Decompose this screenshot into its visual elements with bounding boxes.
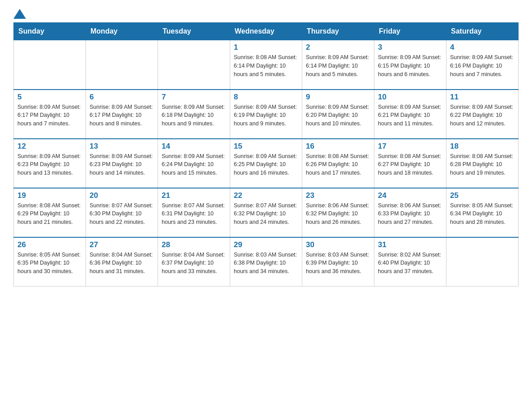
calendar-week-3: 12Sunrise: 8:09 AM Sunset: 6:23 PM Dayli… [14,139,519,188]
day-info: Sunrise: 8:09 AM Sunset: 6:16 PM Dayligh… [450,53,515,78]
day-info: Sunrise: 8:09 AM Sunset: 6:20 PM Dayligh… [306,103,370,128]
col-wednesday: Wednesday [230,23,302,40]
day-number: 18 [450,142,515,151]
calendar-cell: 12Sunrise: 8:09 AM Sunset: 6:23 PM Dayli… [14,139,86,188]
day-number: 30 [306,240,370,249]
calendar-cell: 22Sunrise: 8:07 AM Sunset: 6:32 PM Dayli… [230,188,302,237]
calendar-cell: 3Sunrise: 8:09 AM Sunset: 6:15 PM Daylig… [374,40,446,90]
day-info: Sunrise: 8:02 AM Sunset: 6:40 PM Dayligh… [378,251,442,276]
calendar-cell: 11Sunrise: 8:09 AM Sunset: 6:22 PM Dayli… [446,90,519,139]
calendar-cell: 16Sunrise: 8:08 AM Sunset: 6:26 PM Dayli… [302,139,374,188]
calendar-table: Sunday Monday Tuesday Wednesday Thursday… [13,22,519,287]
day-number: 3 [378,43,442,52]
calendar-cell: 7Sunrise: 8:09 AM Sunset: 6:18 PM Daylig… [158,90,230,139]
calendar-cell: 21Sunrise: 8:07 AM Sunset: 6:31 PM Dayli… [158,188,230,237]
day-number: 11 [450,93,515,102]
day-number: 14 [162,142,226,151]
calendar-cell: 10Sunrise: 8:09 AM Sunset: 6:21 PM Dayli… [374,90,446,139]
col-monday: Monday [86,23,158,40]
calendar-week-5: 26Sunrise: 8:05 AM Sunset: 6:35 PM Dayli… [14,237,519,287]
day-info: Sunrise: 8:09 AM Sunset: 6:18 PM Dayligh… [162,103,226,128]
calendar-cell [446,237,519,287]
calendar-week-4: 19Sunrise: 8:08 AM Sunset: 6:29 PM Dayli… [14,188,519,237]
calendar-cell: 20Sunrise: 8:07 AM Sunset: 6:30 PM Dayli… [86,188,158,237]
logo-block [13,9,26,18]
day-number: 6 [90,93,154,102]
day-number: 24 [378,191,442,200]
calendar-cell: 30Sunrise: 8:03 AM Sunset: 6:39 PM Dayli… [302,237,374,287]
day-info: Sunrise: 8:08 AM Sunset: 6:14 PM Dayligh… [234,53,298,78]
day-number: 29 [234,240,298,249]
calendar-cell: 8Sunrise: 8:09 AM Sunset: 6:19 PM Daylig… [230,90,302,139]
day-number: 2 [306,43,370,52]
calendar-cell: 4Sunrise: 8:09 AM Sunset: 6:16 PM Daylig… [446,40,519,90]
day-number: 8 [234,93,298,102]
calendar-cell: 19Sunrise: 8:08 AM Sunset: 6:29 PM Dayli… [14,188,86,237]
calendar-cell: 27Sunrise: 8:04 AM Sunset: 6:36 PM Dayli… [86,237,158,287]
calendar-cell: 17Sunrise: 8:08 AM Sunset: 6:27 PM Dayli… [374,139,446,188]
day-info: Sunrise: 8:05 AM Sunset: 6:34 PM Dayligh… [450,201,515,227]
calendar-cell: 6Sunrise: 8:09 AM Sunset: 6:17 PM Daylig… [86,90,158,139]
day-info: Sunrise: 8:07 AM Sunset: 6:32 PM Dayligh… [234,201,298,227]
day-number: 22 [234,191,298,200]
day-info: Sunrise: 8:07 AM Sunset: 6:31 PM Dayligh… [162,201,226,227]
day-info: Sunrise: 8:09 AM Sunset: 6:17 PM Dayligh… [90,103,154,128]
day-info: Sunrise: 8:09 AM Sunset: 6:25 PM Dayligh… [234,152,298,177]
calendar-cell [158,40,230,90]
day-number: 25 [450,191,515,200]
day-number: 31 [378,240,442,249]
day-info: Sunrise: 8:08 AM Sunset: 6:27 PM Dayligh… [378,152,442,177]
col-saturday: Saturday [446,23,519,40]
calendar-cell: 14Sunrise: 8:09 AM Sunset: 6:24 PM Dayli… [158,139,230,188]
logo-chevron-icon [13,9,26,19]
day-number: 5 [17,93,82,102]
day-number: 13 [90,142,154,151]
day-number: 12 [17,142,82,151]
calendar-cell: 25Sunrise: 8:05 AM Sunset: 6:34 PM Dayli… [446,188,519,237]
day-info: Sunrise: 8:09 AM Sunset: 6:22 PM Dayligh… [450,103,515,128]
calendar-week-1: 1Sunrise: 8:08 AM Sunset: 6:14 PM Daylig… [14,40,519,90]
day-number: 27 [90,240,154,249]
day-number: 4 [450,43,515,52]
col-tuesday: Tuesday [158,23,230,40]
day-info: Sunrise: 8:03 AM Sunset: 6:39 PM Dayligh… [306,251,370,276]
day-number: 1 [234,43,298,52]
col-friday: Friday [374,23,446,40]
day-number: 19 [17,191,82,200]
day-info: Sunrise: 8:09 AM Sunset: 6:17 PM Dayligh… [17,103,82,128]
calendar-cell: 24Sunrise: 8:06 AM Sunset: 6:33 PM Dayli… [374,188,446,237]
day-info: Sunrise: 8:08 AM Sunset: 6:28 PM Dayligh… [450,152,515,177]
day-info: Sunrise: 8:06 AM Sunset: 6:32 PM Dayligh… [306,201,370,227]
day-info: Sunrise: 8:09 AM Sunset: 6:23 PM Dayligh… [90,152,154,177]
day-info: Sunrise: 8:09 AM Sunset: 6:24 PM Dayligh… [162,152,226,177]
day-number: 20 [90,191,154,200]
col-sunday: Sunday [14,23,86,40]
day-number: 15 [234,142,298,151]
calendar-cell: 2Sunrise: 8:09 AM Sunset: 6:14 PM Daylig… [302,40,374,90]
day-number: 10 [378,93,442,102]
calendar-cell: 1Sunrise: 8:08 AM Sunset: 6:14 PM Daylig… [230,40,302,90]
calendar-cell: 26Sunrise: 8:05 AM Sunset: 6:35 PM Dayli… [14,237,86,287]
day-info: Sunrise: 8:03 AM Sunset: 6:38 PM Dayligh… [234,251,298,276]
calendar-cell: 9Sunrise: 8:09 AM Sunset: 6:20 PM Daylig… [302,90,374,139]
day-number: 7 [162,93,226,102]
day-info: Sunrise: 8:07 AM Sunset: 6:30 PM Dayligh… [90,201,154,227]
day-number: 16 [306,142,370,151]
calendar-cell [86,40,158,90]
calendar-cell: 13Sunrise: 8:09 AM Sunset: 6:23 PM Dayli… [86,139,158,188]
day-info: Sunrise: 8:09 AM Sunset: 6:15 PM Dayligh… [378,53,442,78]
day-info: Sunrise: 8:04 AM Sunset: 6:36 PM Dayligh… [90,251,154,276]
day-info: Sunrise: 8:09 AM Sunset: 6:14 PM Dayligh… [306,53,370,78]
day-number: 23 [306,191,370,200]
day-info: Sunrise: 8:09 AM Sunset: 6:21 PM Dayligh… [378,103,442,128]
day-info: Sunrise: 8:09 AM Sunset: 6:19 PM Dayligh… [234,103,298,128]
day-number: 28 [162,240,226,249]
day-info: Sunrise: 8:06 AM Sunset: 6:33 PM Dayligh… [378,201,442,227]
calendar-week-2: 5Sunrise: 8:09 AM Sunset: 6:17 PM Daylig… [14,90,519,139]
day-info: Sunrise: 8:09 AM Sunset: 6:23 PM Dayligh… [17,152,82,177]
calendar-cell: 31Sunrise: 8:02 AM Sunset: 6:40 PM Dayli… [374,237,446,287]
day-info: Sunrise: 8:08 AM Sunset: 6:26 PM Dayligh… [306,152,370,177]
calendar-cell: 5Sunrise: 8:09 AM Sunset: 6:17 PM Daylig… [14,90,86,139]
calendar-cell: 15Sunrise: 8:09 AM Sunset: 6:25 PM Dayli… [230,139,302,188]
calendar-cell: 29Sunrise: 8:03 AM Sunset: 6:38 PM Dayli… [230,237,302,287]
